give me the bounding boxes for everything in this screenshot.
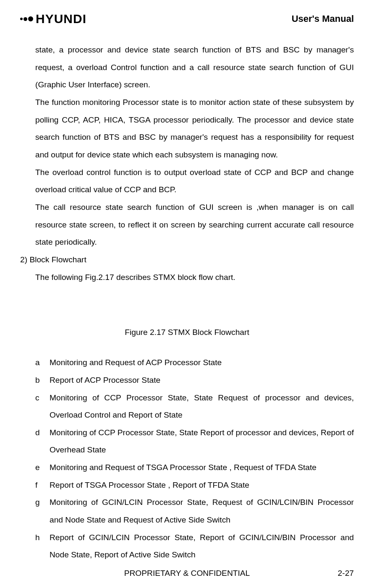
- list-item: d Monitoring of CCP Processor State, Sta…: [35, 424, 354, 459]
- list-marker: e: [35, 459, 50, 476]
- paragraph-3: The overload control function is to outp…: [35, 164, 354, 199]
- list-item: a Monitoring and Request of ACP Processo…: [35, 354, 354, 371]
- list-text: Monitoring and Request of ACP Processor …: [50, 354, 354, 371]
- list-marker: f: [35, 476, 50, 494]
- list-text: Monitoring of CCP Processor State, State…: [50, 424, 354, 459]
- list-text: Monitoring and Request of TSGA Processor…: [50, 459, 354, 476]
- list-text: Report of TSGA Processor State , Report …: [50, 476, 354, 494]
- list-text: Report of ACP Processor State: [50, 371, 354, 389]
- paragraph-1: state, a processor and device state sear…: [35, 41, 354, 94]
- list-marker: h: [35, 529, 50, 564]
- paragraph-4: The call resource state search function …: [35, 199, 354, 251]
- list-item: e Monitoring and Request of TSGA Process…: [35, 459, 354, 476]
- list-text: Report of GCIN/LCIN Processor State, Rep…: [50, 529, 354, 564]
- list-item: b Report of ACP Processor State: [35, 371, 354, 389]
- page-header: HYUNDI User's Manual: [20, 13, 354, 25]
- page-number: 2-27: [338, 569, 354, 578]
- list-item: c Monitoring of CCP Processor State, Sta…: [35, 389, 354, 424]
- manual-title: User's Manual: [292, 13, 354, 24]
- list-marker: c: [35, 389, 50, 424]
- brand-logo: HYUNDI: [20, 13, 86, 25]
- list-item: h Report of GCIN/LCIN Processor State, R…: [35, 529, 354, 564]
- logo-icon: [20, 16, 33, 21]
- definition-list: a Monitoring and Request of ACP Processo…: [35, 354, 354, 564]
- footer-center: PROPRIETARY & CONFIDENTIAL: [0, 569, 374, 578]
- list-text: Monitoring of CCP Processor State, State…: [50, 389, 354, 424]
- brand-text: HYUNDI: [36, 13, 86, 25]
- list-item: f Report of TSGA Processor State , Repor…: [35, 476, 354, 494]
- paragraph-5: The following Fig.2.17 describes STMX bl…: [35, 269, 354, 286]
- list-marker: d: [35, 424, 50, 459]
- list-marker: g: [35, 494, 50, 528]
- list-marker: a: [35, 354, 50, 371]
- list-marker: b: [35, 371, 50, 389]
- list-text: Monitoring of GCIN/LCIN Processor State,…: [50, 494, 354, 528]
- figure-caption: Figure 2.17 STMX Block Flowchart: [20, 328, 354, 337]
- section-heading: 2) Block Flowchart: [20, 251, 354, 269]
- list-item: g Monitoring of GCIN/LCIN Processor Stat…: [35, 494, 354, 528]
- paragraph-2: The function monitoring Processor state …: [35, 94, 354, 164]
